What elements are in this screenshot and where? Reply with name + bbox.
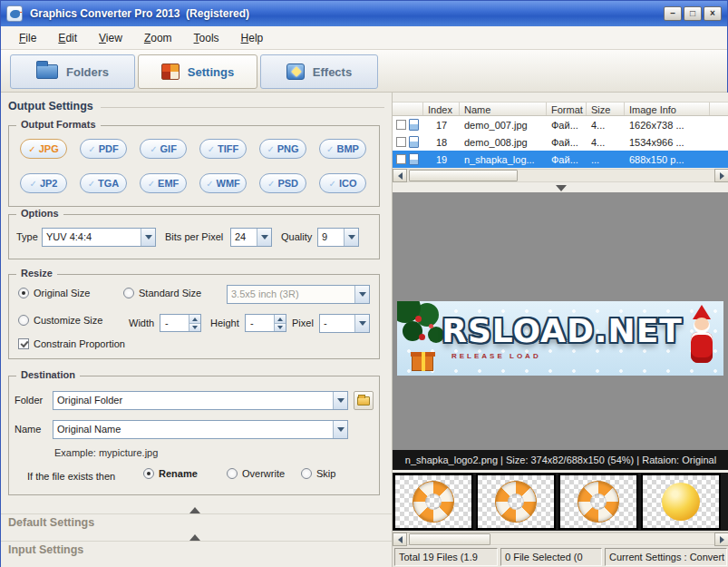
scrollbar-thumb[interactable]: [409, 533, 490, 545]
original-size-label: Original Size: [34, 288, 90, 298]
preview-image: RSLOAD.NET RELEASE LOAD: [397, 301, 723, 376]
thumbnail-lifebuoy[interactable]: [558, 474, 638, 530]
table-row[interactable]: 18 demo_008.jpg Фай... 4... 1534x966 ...: [393, 133, 728, 151]
format-wmf-button[interactable]: ✓ WMF: [199, 173, 247, 193]
thumbnail-lifebuoy[interactable]: [393, 474, 473, 530]
thumbnail-lifebuoy[interactable]: [476, 474, 556, 530]
format-gif-button[interactable]: ✓ GIF: [140, 139, 187, 159]
format-column-header[interactable]: Format: [547, 103, 587, 115]
customize-size-radio[interactable]: Customize Size: [18, 315, 102, 326]
spin-down-icon[interactable]: [189, 323, 200, 331]
spin-up-icon[interactable]: [274, 315, 286, 323]
height-stepper[interactable]: -: [245, 314, 286, 332]
menu-file[interactable]: File: [8, 28, 47, 48]
chevron-down-icon[interactable]: [257, 229, 271, 246]
input-settings-header[interactable]: Input Settings: [8, 543, 384, 556]
minimize-icon[interactable]: –: [664, 6, 682, 21]
quality-value: 9: [318, 229, 344, 246]
scroll-right-icon[interactable]: [714, 169, 728, 182]
check-icon: ✓: [329, 179, 336, 189]
input-settings-collapse-handle[interactable]: [1, 533, 392, 543]
format-row-1: ✓ JPG ✓ PDF ✓ GIF ✓ TIFF ✓ PNG: [20, 139, 366, 159]
row-select-cell: [393, 136, 423, 148]
rename-radio[interactable]: Rename: [143, 468, 198, 479]
format-png-button[interactable]: ✓ PNG: [259, 139, 306, 159]
overwrite-radio[interactable]: Overwrite: [227, 468, 285, 479]
type-select[interactable]: YUV 4:4:4: [42, 228, 156, 247]
standard-size-radio[interactable]: Standard Size: [123, 288, 201, 298]
chevron-down-icon[interactable]: [141, 229, 155, 246]
tab-effects[interactable]: Effects: [260, 54, 378, 89]
collapse-up-icon: [189, 507, 200, 513]
quality-select[interactable]: 9: [317, 228, 359, 247]
default-settings-title: Default Settings: [8, 516, 94, 529]
scrollbar-track[interactable]: [407, 169, 714, 182]
table-row[interactable]: 17 demo_007.jpg Фай... 4... 1626x738 ...: [393, 116, 728, 133]
bits-select[interactable]: 24: [230, 228, 272, 247]
format-label: PDF: [99, 143, 119, 154]
format-jpg-button[interactable]: ✓ JPG: [20, 139, 67, 159]
default-settings-header[interactable]: Default Settings: [8, 516, 384, 529]
format-tga-button[interactable]: ✓ TGA: [80, 173, 127, 193]
cell-info: 688x150 p...: [625, 154, 710, 165]
santa-decoration: [685, 305, 718, 372]
chevron-down-icon[interactable]: [354, 286, 369, 303]
row-checkbox[interactable]: [396, 120, 406, 130]
resize-group: Resize Original Size Standard Size 3.5x5…: [8, 274, 380, 359]
title-bar: Graphics Converter Pro 2013 (Registered)…: [1, 1, 727, 26]
width-stepper[interactable]: -: [160, 314, 201, 332]
chevron-down-icon[interactable]: [354, 315, 369, 332]
format-psd-button[interactable]: ✓ PSD: [259, 173, 306, 193]
tab-settings[interactable]: Settings: [138, 54, 257, 89]
row-checkbox[interactable]: [396, 137, 406, 147]
menu-edit[interactable]: Edit: [47, 28, 88, 48]
list-preview-splitter[interactable]: [393, 182, 728, 192]
tab-folders[interactable]: Folders: [10, 54, 135, 89]
browse-folder-button[interactable]: [354, 391, 374, 410]
format-pdf-button[interactable]: ✓ PDF: [80, 139, 127, 159]
format-ico-button[interactable]: ✓ ICO: [319, 173, 366, 193]
scroll-left-icon[interactable]: [393, 533, 407, 546]
chevron-down-icon[interactable]: [333, 421, 347, 438]
format-emf-button[interactable]: ✓ EMF: [140, 173, 187, 193]
name-column-header[interactable]: Name: [460, 103, 547, 115]
thumbnail-lightbulb[interactable]: [641, 474, 721, 530]
pixel-select[interactable]: -: [319, 314, 370, 333]
cell-format: Фай...: [547, 154, 587, 165]
default-settings-collapse-handle[interactable]: [1, 505, 392, 515]
quality-label: Quality: [281, 231, 312, 242]
chevron-down-icon[interactable]: [333, 392, 347, 409]
menu-zoom[interactable]: Zoom: [133, 28, 183, 48]
original-size-radio[interactable]: Original Size: [18, 288, 90, 298]
table-row-selected[interactable]: 19 n_shapka_log... Фай... ... 688x150 p.…: [393, 151, 728, 168]
scroll-left-icon[interactable]: [393, 169, 407, 182]
name-select[interactable]: Original Name: [53, 420, 348, 439]
format-tiff-button[interactable]: ✓ TIFF: [199, 139, 247, 159]
chevron-down-icon[interactable]: [344, 229, 358, 246]
size-column-header[interactable]: Size: [587, 103, 625, 115]
spin-down-icon[interactable]: [274, 323, 286, 331]
folder-select[interactable]: Original Folder: [53, 391, 348, 410]
menu-tools[interactable]: Tools: [183, 28, 230, 48]
maximize-icon[interactable]: □: [684, 6, 702, 21]
index-column-header[interactable]: Index: [423, 103, 460, 115]
pixel-label: Pixel: [292, 318, 314, 328]
row-checkbox[interactable]: [396, 154, 406, 164]
menu-help[interactable]: Help: [230, 28, 275, 48]
select-column-header[interactable]: [393, 103, 423, 115]
spin-up-icon[interactable]: [189, 315, 200, 323]
scroll-right-icon[interactable]: [714, 533, 728, 546]
scrollbar-thumb[interactable]: [409, 170, 518, 181]
close-icon[interactable]: ×: [704, 6, 722, 21]
imageinfo-column-header[interactable]: Image Info: [625, 103, 710, 115]
format-label: PNG: [277, 143, 299, 154]
cell-index: 18: [423, 137, 460, 148]
options-title: Options: [16, 208, 63, 219]
constrain-proportion-checkbox[interactable]: Constrain Proportion: [18, 338, 125, 349]
menu-view[interactable]: View: [88, 28, 133, 48]
format-jp2-button[interactable]: ✓ JP2: [20, 173, 67, 193]
standard-size-select[interactable]: 3.5x5 inch (3R): [227, 285, 370, 304]
skip-radio[interactable]: Skip: [301, 468, 335, 479]
scrollbar-track[interactable]: [407, 533, 714, 545]
format-bmp-button[interactable]: ✓ BMP: [319, 139, 366, 159]
